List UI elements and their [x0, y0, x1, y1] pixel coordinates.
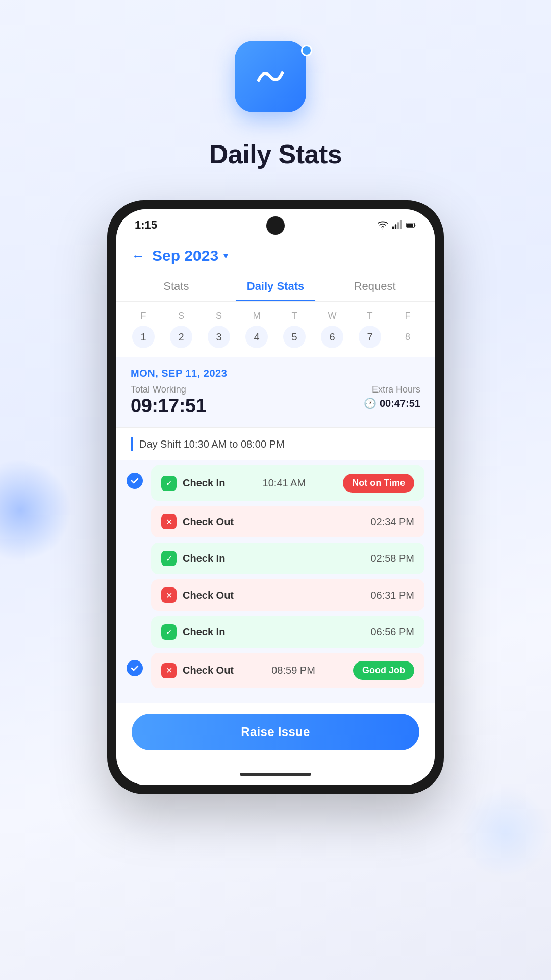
- status-bar: 1:15: [116, 209, 435, 237]
- shift-indicator: [131, 437, 133, 451]
- home-bar: [116, 766, 435, 785]
- back-button[interactable]: ←: [132, 248, 145, 264]
- app-icon-dot: [301, 45, 312, 56]
- entry-3-row: ✓ Check In 02:58 PM: [127, 543, 424, 574]
- month-selector[interactable]: Sep 2023 ▾: [152, 247, 228, 264]
- calendar-strip: F 1 S 2 S 3 M 4 T 5 W 6: [116, 302, 435, 357]
- entry-2-time: 02:34 PM: [370, 516, 414, 528]
- cal-day-3[interactable]: S 3: [202, 311, 236, 348]
- entry-6-circle: [127, 660, 143, 676]
- entry-4-card: ✕ Check Out 06:31 PM: [151, 579, 424, 611]
- tabs-container: Stats Daily Stats Request: [116, 264, 435, 302]
- working-row: Total Working 09:17:51 Extra Hours 🕐 00:…: [131, 384, 420, 417]
- entry-3-time: 02:58 PM: [370, 553, 414, 565]
- cal-day-6[interactable]: W 6: [315, 311, 349, 348]
- entry-2-card: ✕ Check Out 02:34 PM: [151, 506, 424, 537]
- entry-6-row: ✕ Check Out 08:59 PM Good Job: [127, 653, 424, 688]
- raise-issue-container: Raise Issue: [116, 703, 435, 766]
- entry-6-card: ✕ Check Out 08:59 PM Good Job: [151, 653, 424, 688]
- status-time: 1:15: [135, 218, 157, 232]
- wifi-icon: [378, 220, 388, 230]
- entry-4-time: 06:31 PM: [370, 590, 414, 601]
- entry-2-row: ✕ Check Out 02:34 PM: [127, 506, 424, 537]
- total-working-time: 09:17:51: [131, 395, 206, 417]
- phone-screen: 1:15 ← Sep 2023 ▾ Stats: [116, 209, 435, 785]
- entry-4-row: ✕ Check Out 06:31 PM: [127, 579, 424, 611]
- entry-4-label: Check Out: [183, 590, 234, 601]
- svg-rect-3: [400, 220, 402, 229]
- entry-5-card: ✓ Check In 06:56 PM: [151, 616, 424, 648]
- checkout-icon-2: ✕: [161, 514, 177, 529]
- tab-daily-stats[interactable]: Daily Stats: [226, 273, 325, 301]
- extra-hours-value: 00:47:51: [380, 398, 420, 409]
- svg-rect-1: [395, 224, 396, 229]
- svg-rect-5: [407, 224, 413, 227]
- entry-1-row: ✓ Check In 10:41 AM Not on Time: [127, 465, 424, 501]
- tab-request[interactable]: Request: [325, 273, 424, 301]
- shift-label: Day Shift 10:30 AM to 08:00 PM: [139, 438, 285, 450]
- checkout-icon-4: ✕: [161, 587, 177, 603]
- entry-2-label: Check Out: [183, 516, 234, 528]
- app-icon-container: [235, 41, 316, 122]
- check-list: ✓ Check In 10:41 AM Not on Time ✕ Check …: [116, 460, 435, 703]
- total-working-label: Total Working: [131, 384, 206, 395]
- entry-1-badge: Not on Time: [343, 474, 414, 493]
- entry-6-badge: Good Job: [353, 661, 414, 680]
- dropdown-arrow-icon: ▾: [223, 250, 228, 261]
- cal-day-5[interactable]: T 5: [278, 311, 311, 348]
- shift-bar: Day Shift 10:30 AM to 08:00 PM: [116, 427, 435, 460]
- camera-notch: [266, 216, 285, 235]
- cal-day-2[interactable]: S 2: [164, 311, 198, 348]
- phone-frame: 1:15 ← Sep 2023 ▾ Stats: [107, 200, 444, 794]
- extra-hours-time-row: 🕐 00:47:51: [364, 397, 420, 409]
- app-header: ← Sep 2023 ▾: [116, 237, 435, 264]
- entry-6-label: Check Out: [183, 665, 234, 676]
- entry-1-circle: [127, 473, 143, 489]
- entry-5-row: ✓ Check In 06:56 PM: [127, 616, 424, 648]
- entry-1-label: Check In: [183, 477, 225, 489]
- page-title: Daily Stats: [209, 139, 342, 169]
- entry-6-time: 08:59 PM: [271, 665, 315, 676]
- cal-day-4[interactable]: M 4: [240, 311, 273, 348]
- entry-5-time: 06:56 PM: [370, 626, 414, 638]
- daily-section: MON, SEP 11, 2023 Total Working 09:17:51…: [116, 357, 435, 427]
- battery-icon: [406, 220, 416, 230]
- extra-hours-label: Extra Hours: [364, 384, 420, 395]
- tab-stats[interactable]: Stats: [127, 273, 226, 301]
- entry-3-label: Check In: [183, 553, 225, 565]
- checkin-icon-5: ✓: [161, 624, 177, 640]
- cal-day-7[interactable]: T 7: [353, 311, 387, 348]
- svg-rect-0: [392, 227, 394, 229]
- cal-day-8[interactable]: F 8: [391, 311, 424, 348]
- extra-hours-container: Extra Hours 🕐 00:47:51: [364, 384, 420, 409]
- checkin-icon-3: ✓: [161, 551, 177, 566]
- daily-date: MON, SEP 11, 2023: [131, 368, 420, 379]
- raise-issue-button[interactable]: Raise Issue: [132, 714, 419, 750]
- status-icons: [378, 220, 416, 230]
- entry-5-label: Check In: [183, 626, 225, 638]
- entry-1-card: ✓ Check In 10:41 AM Not on Time: [151, 465, 424, 501]
- signal-icon: [392, 220, 402, 230]
- checkout-icon-6: ✕: [161, 663, 177, 678]
- checkin-icon-1: ✓: [161, 476, 177, 491]
- cal-day-1[interactable]: F 1: [127, 311, 160, 348]
- entry-3-card: ✓ Check In 02:58 PM: [151, 543, 424, 574]
- entry-1-time: 10:41 AM: [263, 477, 306, 489]
- app-icon: [235, 41, 306, 112]
- home-bar-line: [240, 773, 311, 776]
- clock-icon: 🕐: [364, 397, 377, 409]
- svg-rect-2: [397, 222, 399, 229]
- month-label: Sep 2023: [152, 247, 218, 264]
